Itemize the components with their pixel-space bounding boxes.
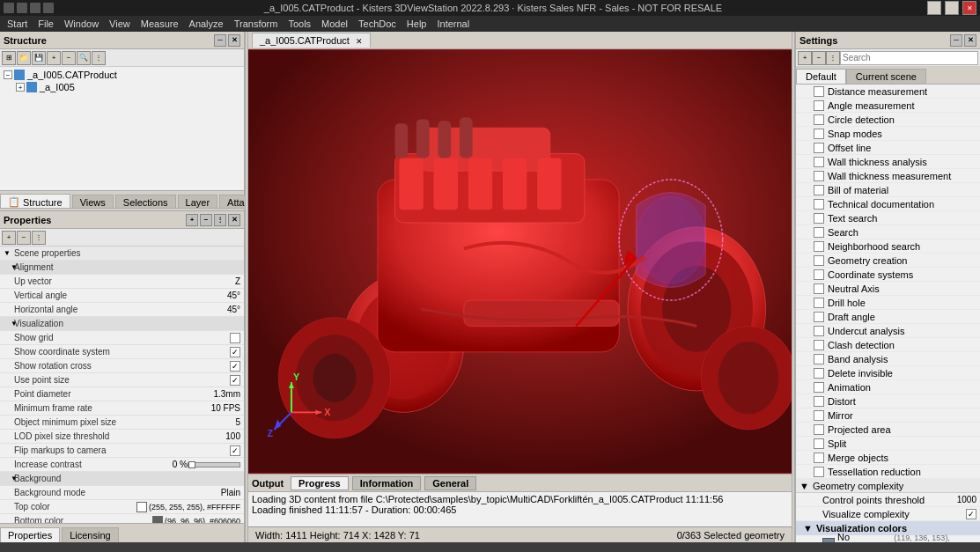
menu-file[interactable]: File — [33, 18, 59, 30]
menu-transform[interactable]: Transform — [229, 18, 284, 30]
contrast-slider[interactable] — [188, 462, 240, 467]
menu-analyze[interactable]: Analyze — [184, 18, 229, 30]
settings-cb-geocreate[interactable] — [814, 255, 824, 266]
vis-complexity-checkbox[interactable] — [966, 509, 976, 519]
tree-item-root[interactable]: − _a_I005.CATProduct — [2, 69, 242, 81]
settings-tb3[interactable]: ⋮ — [826, 51, 840, 65]
settings-item-tessred[interactable]: Tessellation reduction — [796, 465, 980, 479]
settings-cb-snap[interactable] — [814, 129, 824, 139]
bg-header[interactable]: ▼ Background — [0, 472, 244, 486]
log-tab-progress[interactable]: Progress — [291, 476, 349, 490]
show-rot-checkbox[interactable] — [230, 361, 240, 372]
settings-cb-draft[interactable] — [814, 312, 824, 322]
log-tab-information[interactable]: Information — [352, 476, 422, 490]
settings-cb-tessred[interactable] — [814, 467, 824, 477]
close-btn[interactable]: ✕ — [962, 1, 976, 15]
struct-more-btn[interactable]: ⋮ — [92, 51, 106, 65]
settings-cb-search[interactable] — [814, 227, 824, 238]
settings-cb-angle[interactable] — [814, 100, 824, 111]
settings-close-btn[interactable]: ✕ — [964, 34, 976, 47]
struct-open-btn[interactable]: 📁 — [17, 51, 31, 65]
settings-cb-delinvis[interactable] — [814, 368, 824, 379]
settings-cb-projarea[interactable] — [814, 424, 824, 435]
settings-tab-current[interactable]: Current scene — [846, 69, 926, 84]
settings-tb1[interactable]: + — [798, 51, 812, 65]
settings-item-delinvis[interactable]: Delete invisible — [796, 366, 980, 380]
structure-close-btn[interactable]: ✕ — [228, 34, 240, 47]
show-grid-checkbox[interactable] — [230, 333, 240, 343]
menu-window[interactable]: Window — [59, 18, 104, 30]
log-tab-general[interactable]: General — [424, 476, 476, 490]
use-point-checkbox[interactable] — [230, 375, 240, 386]
show-coord-checkbox[interactable] — [230, 347, 240, 357]
prop-tb2[interactable]: − — [17, 231, 31, 245]
prop-btn1[interactable]: + — [186, 214, 198, 226]
settings-item-anim[interactable]: Animation — [796, 380, 980, 394]
settings-item-techdoc[interactable]: Technical documentation — [796, 197, 980, 211]
tree-expand-child[interactable]: + — [16, 83, 25, 92]
menu-model[interactable]: Model — [316, 18, 353, 30]
settings-item-projarea[interactable]: Projected area — [796, 423, 980, 437]
viewport-close-icon[interactable]: ✕ — [356, 37, 363, 46]
settings-cb-split[interactable] — [814, 438, 824, 449]
settings-item-nbsearch[interactable]: Neighborhood search — [796, 239, 980, 254]
settings-item-search[interactable]: Search — [796, 225, 980, 239]
settings-item-distort[interactable]: Distort — [796, 394, 980, 408]
alignment-header[interactable]: ▼ Alignment — [0, 261, 244, 275]
prop-btn2[interactable]: − — [200, 214, 212, 226]
structure-pin-btn[interactable]: ─ — [214, 34, 226, 47]
struct-new-btn[interactable]: ⊞ — [2, 51, 16, 65]
tree-item-child[interactable]: + _a_I005 — [2, 81, 242, 93]
maximize-btn[interactable]: □ — [945, 1, 959, 15]
menu-view[interactable]: View — [104, 18, 136, 30]
viz-header[interactable]: ▼ Visualization — [0, 317, 244, 331]
settings-item-distance[interactable]: Distance measurement — [796, 85, 980, 99]
settings-cb-circle[interactable] — [814, 114, 824, 125]
settings-item-angle[interactable]: Angle measurement — [796, 99, 980, 113]
prop-btn3[interactable]: ⋮ — [214, 214, 226, 226]
settings-item-drill[interactable]: Drill hole — [796, 296, 980, 310]
settings-cb-techdoc[interactable] — [814, 199, 824, 210]
struct-collapse-btn[interactable]: − — [62, 51, 76, 65]
settings-cb-wallthick[interactable] — [814, 157, 824, 167]
settings-cb-drill[interactable] — [814, 298, 824, 308]
tab-licensing-bottom[interactable]: Licensing — [62, 527, 118, 542]
settings-item-draft[interactable]: Draft angle — [796, 310, 980, 324]
settings-tab-default[interactable]: Default — [796, 69, 846, 84]
settings-pin-btn[interactable]: ─ — [950, 34, 962, 47]
prop-close-btn[interactable]: ✕ — [228, 214, 240, 226]
viewport-content[interactable]: X Y Z — [248, 49, 792, 474]
scene-props-header[interactable]: ▼ Scene properties — [0, 247, 244, 261]
settings-item-clash[interactable]: Clash detection — [796, 338, 980, 352]
bottom-color-swatch[interactable] — [152, 516, 163, 524]
settings-item-split[interactable]: Split — [796, 437, 980, 451]
settings-cb-mirror[interactable] — [814, 410, 824, 421]
settings-item-undercut[interactable]: Undercut analysis — [796, 324, 980, 338]
top-color-swatch[interactable] — [136, 502, 147, 512]
settings-item-coords[interactable]: Coordinate systems — [796, 268, 980, 282]
struct-save-btn[interactable]: 💾 — [32, 51, 46, 65]
settings-item-merge[interactable]: Merge objects — [796, 451, 980, 465]
struct-search-btn[interactable]: 🔍 — [77, 51, 91, 65]
settings-cb-anim[interactable] — [814, 382, 824, 393]
settings-search[interactable] — [840, 51, 978, 65]
settings-item-wallthick[interactable]: Wall thickness analysis — [796, 155, 980, 169]
flip-checkbox[interactable] — [230, 445, 240, 456]
settings-cb-distort[interactable] — [814, 396, 824, 407]
color-no-geo[interactable]: No Geometry (119, 136, 153), (#7788... — [796, 535, 980, 542]
settings-cb-clash[interactable] — [814, 340, 824, 350]
settings-tb2[interactable]: − — [812, 51, 826, 65]
struct-expand-btn[interactable]: + — [47, 51, 61, 65]
prop-tb3[interactable]: ⋮ — [32, 231, 46, 245]
tab-properties-bottom[interactable]: Properties — [0, 527, 60, 542]
settings-item-circle[interactable]: Circle detection — [796, 113, 980, 127]
tree-expand-root[interactable]: − — [4, 70, 12, 79]
settings-item-textsearch[interactable]: Text search — [796, 211, 980, 225]
settings-item-band[interactable]: Band analysis — [796, 352, 980, 366]
viewport-tab[interactable]: _a_I005.CATProduct ✕ — [252, 33, 371, 48]
menu-internal[interactable]: Internal — [431, 18, 475, 30]
settings-item-snap[interactable]: Snap modes — [796, 127, 980, 141]
settings-cb-offset[interactable] — [814, 143, 824, 153]
menu-help[interactable]: Help — [402, 18, 432, 30]
geocomplex-header[interactable]: ▼ Geometry complexity — [796, 479, 980, 493]
